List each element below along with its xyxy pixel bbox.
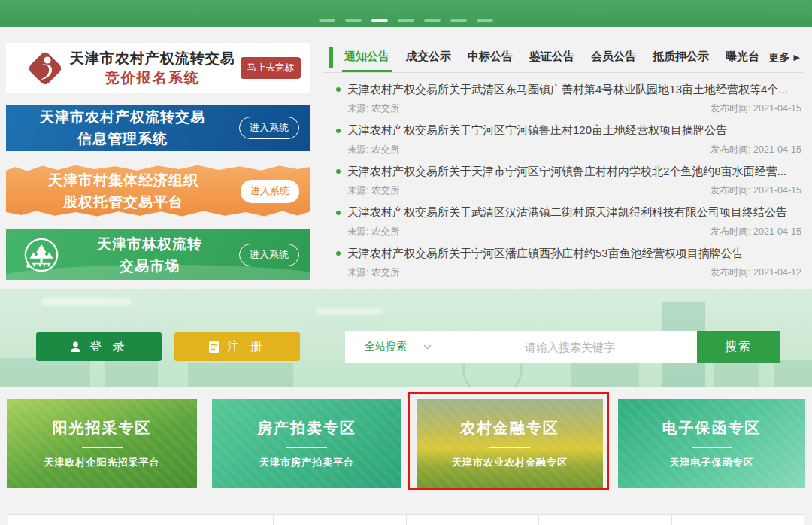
login-button[interactable]: 登 录: [36, 332, 162, 361]
search-button[interactable]: 搜索: [697, 331, 780, 363]
list-item: 天津农村产权交易所关于天津市宁河区宁河镇鲁庄村村内学校北2个鱼池约8亩水面经营.…: [323, 161, 804, 202]
tab-notice[interactable]: 通知公告: [342, 43, 392, 72]
announcement-link[interactable]: 天津农村产权交易所关于武清区东马圈镇广善村第4号林业队园地13亩土地经营权等4个…: [347, 83, 788, 97]
info-system-title: 天津市农村产权流转交易 信息管理系统: [6, 106, 239, 150]
divider: [489, 447, 530, 448]
go-bid-button[interactable]: 马上去竞标: [241, 57, 301, 79]
announcement-panel: 通知公告 成交公示 中标公告 鉴证公告 会员公告 抵质押公示 曝光台 更多 ▶ …: [323, 43, 804, 288]
footer-cell[interactable]: [407, 515, 540, 525]
announcement-source: 来源: 农交所: [347, 102, 399, 115]
carousel-dot[interactable]: [477, 19, 493, 22]
announcement-link[interactable]: 天津农村产权交易所关于天津市宁河区宁河镇鲁庄村村内学校北2个鱼池约8亩水面经营.…: [347, 165, 786, 179]
announcement-list: 天津农村产权交易所关于武清区东马圈镇广善村第4号林业队园地13亩土地经营权等4个…: [323, 79, 804, 284]
more-link[interactable]: 更多 ▶: [769, 51, 800, 65]
bidding-system-title: 天津市农村产权流转交易 竞价报名系统: [65, 49, 241, 87]
list-item: 天津农村产权交易所关于宁河区潘庄镇西孙庄村约53亩鱼池经营权项目摘牌公告 来源:…: [323, 243, 804, 284]
carousel-dot[interactable]: [450, 19, 467, 22]
carousel-banner: [0, 0, 812, 27]
tab-exposure[interactable]: 曝光台: [723, 43, 762, 72]
carousel-dot[interactable]: [345, 19, 362, 22]
zone-card-e-guarantee[interactable]: 电子保函专区 天津电子保函专区: [618, 399, 805, 488]
zone-card-real-estate-auction[interactable]: 房产拍卖专区 天津市房产拍卖平台: [212, 399, 401, 488]
divider: [286, 447, 327, 448]
site-title: 天津市农村产权流转交易: [65, 49, 241, 68]
equity-platform-title: 天津市村集体经济组织 股权托管交易平台: [6, 169, 241, 213]
search-input[interactable]: [443, 331, 697, 363]
bullet-icon: [336, 169, 341, 174]
tab-accent-bar: [329, 47, 333, 68]
exchange-logo-icon: [26, 49, 65, 88]
announcement-source: 来源: 农交所: [347, 226, 399, 238]
carousel-dot[interactable]: [398, 19, 414, 22]
footer-cell[interactable]: [141, 515, 274, 525]
search-band: 登 录 注 册 全站搜索 搜索: [0, 289, 812, 387]
equity-platform-banner[interactable]: 天津市村集体经济组织 股权托管交易平台 进入系统: [6, 162, 310, 220]
tab-pledge[interactable]: 抵质押公示: [650, 43, 711, 72]
tab-member[interactable]: 会员公告: [589, 43, 638, 72]
bullet-icon: [336, 87, 341, 92]
announcement-date: 发布时间: 2021-04-15: [710, 102, 801, 115]
forest-icon: [23, 236, 60, 274]
tab-winning-bid[interactable]: 中标公告: [465, 43, 515, 72]
list-item: 天津农村产权交易所关于武清区汉沽港镇二街村原天津凯得利科技有限公司项目终结公告 …: [323, 202, 804, 244]
list-item: 天津农村产权交易所关于武清区东马圈镇广善村第4号林业队园地13亩土地经营权等4个…: [323, 79, 804, 120]
bullet-icon: [336, 211, 341, 215]
forest-market-banner[interactable]: 天津市林权流转 交易市场 进入系统: [6, 229, 310, 280]
footer-cell[interactable]: [274, 515, 407, 525]
search-scope-select[interactable]: 全站搜索: [345, 340, 443, 354]
carousel-dot-active[interactable]: [371, 19, 388, 22]
chevron-down-icon: [423, 344, 432, 350]
announcement-source: 来源: 农交所: [347, 144, 399, 156]
carousel-dot[interactable]: [319, 19, 335, 22]
announcement-date: 发布时间: 2021-04-15: [710, 184, 801, 197]
site-subtitle: 竞价报名系统: [65, 68, 241, 88]
bidding-system-card: 天津市农村产权流转交易 竞价报名系统 马上去竞标: [6, 43, 310, 93]
divider: [82, 447, 123, 448]
register-card-icon: [208, 341, 220, 354]
info-system-banner[interactable]: 天津市农村产权流转交易 信息管理系统 进入系统: [6, 105, 310, 151]
divider: [692, 447, 732, 448]
announcement-source: 来源: 农交所: [347, 266, 399, 279]
announcement-link[interactable]: 天津农村产权交易所关于武清区汉沽港镇二街村原天津凯得利科技有限公司项目终结公告: [347, 205, 787, 220]
zone-card-sunshine-procurement[interactable]: 阳光招采专区 天津政村企阳光招采平台: [7, 399, 197, 488]
announcement-link[interactable]: 天津农村产权交易所关于宁河区潘庄镇西孙庄村约53亩鱼池经营权项目摘牌公告: [347, 247, 744, 261]
footer-cell[interactable]: [672, 515, 804, 525]
more-arrow-icon: ▶: [794, 53, 800, 62]
enter-forest-system-button[interactable]: 进入系统: [239, 244, 299, 266]
list-item: 天津农村产权交易所关于宁河区宁河镇鲁庄村120亩土地经营权项目摘牌公告 来源: …: [323, 120, 804, 162]
footer-cell[interactable]: [8, 515, 141, 525]
enter-info-system-button[interactable]: 进入系统: [239, 117, 299, 139]
bullet-icon: [336, 251, 341, 256]
announcement-link[interactable]: 天津农村产权交易所关于宁河区宁河镇鲁庄村120亩土地经营权项目摘牌公告: [347, 123, 727, 138]
bullet-icon: [336, 129, 341, 133]
announcement-date: 发布时间: 2021-04-15: [710, 144, 801, 156]
footer-links-strip: [8, 514, 804, 525]
announcement-source: 来源: 农交所: [347, 184, 399, 197]
tab-deal-publicity[interactable]: 成交公示: [404, 43, 453, 72]
announcement-date: 发布时间: 2021-04-15: [710, 226, 801, 238]
site-search: 全站搜索 搜索: [345, 331, 780, 363]
zone-card-rural-finance[interactable]: 农村金融专区 天津市农业农村金融专区: [417, 399, 603, 488]
forest-market-title: 天津市林权流转 交易市场: [60, 233, 239, 277]
enter-equity-system-button[interactable]: 进入系统: [241, 180, 299, 203]
announcement-date: 发布时间: 2021-04-12: [710, 266, 801, 279]
footer-cell[interactable]: [539, 515, 672, 525]
carousel-dot[interactable]: [424, 19, 441, 22]
announcement-tabs: 通知公告 成交公示 中标公告 鉴证公告 会员公告 抵质押公示 曝光台 更多 ▶: [323, 43, 804, 73]
carousel-dots: [319, 19, 493, 22]
tab-attestation[interactable]: 鉴证公告: [527, 43, 577, 72]
register-button[interactable]: 注 册: [174, 332, 300, 361]
user-icon: [69, 341, 82, 354]
